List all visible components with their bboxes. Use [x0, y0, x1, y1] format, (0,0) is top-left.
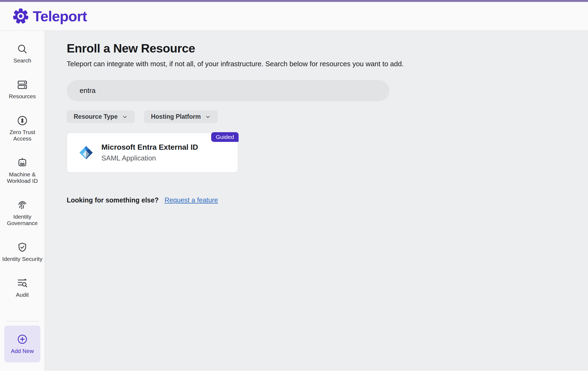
teleport-logo[interactable]: Teleport [12, 8, 87, 24]
resource-search-pill [67, 80, 389, 101]
sidebar-item-machine-workload-id[interactable]: Machine & Workload ID [2, 157, 42, 184]
add-new-label: Add New [6, 348, 38, 354]
search-input[interactable] [80, 86, 377, 95]
machine-workload-id-icon [16, 157, 28, 169]
identity-governance-icon [16, 199, 28, 211]
sidebar-item-resources[interactable]: Resources [2, 79, 42, 100]
main-content: Enroll a New Resource Teleport can integ… [45, 31, 588, 371]
filter-bar: Resource Type Hosting Platform [67, 110, 588, 123]
plus-circle-icon [17, 334, 28, 345]
resource-card-subtitle: SAML Application [101, 154, 198, 162]
identity-security-icon [16, 242, 28, 253]
search-icon [16, 43, 28, 55]
top-accent-bar [0, 0, 588, 2]
resource-card-microsoft-entra[interactable]: Guided Microsoft Entra External ID SAML … [67, 133, 238, 173]
sidebar-divider [6, 321, 38, 321]
page-title: Enroll a New Resource [67, 41, 588, 55]
sidebar-item-label: Search [2, 57, 42, 64]
sidebar-item-identity-governance[interactable]: Identity Governance [2, 199, 42, 226]
sidebar-item-label: Identity Security [2, 256, 42, 262]
sidebar-item-identity-security[interactable]: Identity Security [2, 242, 42, 262]
chevron-down-icon [122, 114, 128, 120]
resources-icon [16, 79, 28, 91]
sidebar-item-label: Machine & Workload ID [2, 171, 42, 184]
audit-icon [16, 277, 28, 289]
sidebar-item-zero-trust-access[interactable]: Zero Trust Access [2, 115, 42, 142]
filter-label: Hosting Platform [151, 113, 201, 120]
footer-text: Looking for something else? [67, 196, 159, 204]
microsoft-entra-icon [79, 145, 93, 160]
teleport-gear-icon [12, 8, 29, 24]
resource-type-filter-button[interactable]: Resource Type [67, 110, 135, 123]
zero-trust-access-icon [16, 115, 28, 127]
resource-card-text: Microsoft Entra External ID SAML Applica… [101, 143, 198, 162]
sidebar-item-audit[interactable]: Audit [2, 277, 42, 298]
feature-request-row: Looking for something else? Request a fe… [67, 196, 588, 204]
hosting-platform-filter-button[interactable]: Hosting Platform [144, 110, 218, 123]
sidebar-item-label: Identity Governance [2, 214, 42, 226]
page-subtitle: Teleport can integrate with most, if not… [67, 60, 588, 68]
chevron-down-icon [205, 114, 211, 120]
resource-card-title: Microsoft Entra External ID [101, 143, 198, 152]
sidebar-item-add-new[interactable]: Add New [4, 326, 40, 362]
sidebar-item-label: Resources [2, 93, 42, 100]
sidebar-item-search[interactable]: Search [2, 43, 42, 64]
filter-label: Resource Type [74, 113, 118, 120]
request-feature-link[interactable]: Request a feature [165, 196, 218, 204]
sidebar-item-label: Audit [2, 292, 42, 298]
app-header: Teleport [0, 2, 588, 31]
sidebar-item-label: Zero Trust Access [2, 129, 42, 142]
sidebar: Search Resources Zero Tru [0, 31, 45, 371]
guided-badge: Guided [211, 132, 239, 142]
logo-wordmark: Teleport [33, 8, 87, 24]
